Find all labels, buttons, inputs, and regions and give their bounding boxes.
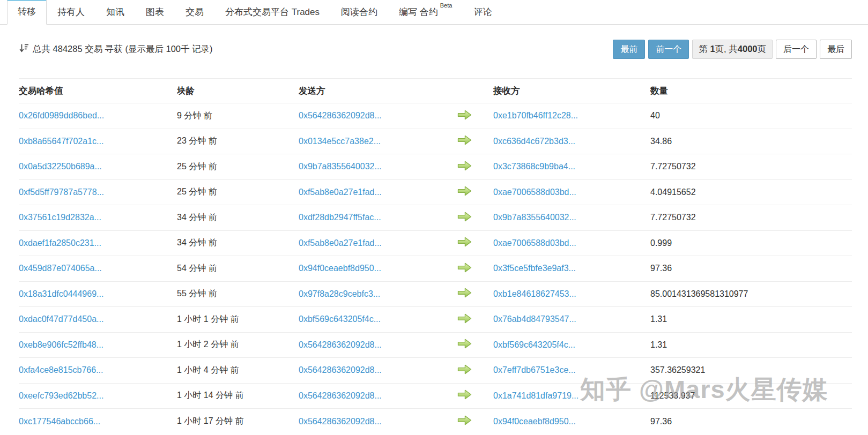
from-address-link[interactable]: 0x564286362092d8... [299,365,382,374]
to-address-link[interactable]: 0x7eff7db6751e3ce... [493,365,576,374]
page-indicator: 第 1页, 共4000页 [692,40,773,59]
table-row: 0xeb8e906fc52ffb48... 1 小时 2 分钟 前 0x5642… [19,333,852,358]
txn-hash-link[interactable]: 0x26fd0989dd86bed... [19,111,104,120]
table-row: 0x0a5d32250b689a... 25 分钟 前 0x9b7a835564… [19,154,852,180]
to-address-link[interactable]: 0xae7006588d03bd... [493,188,576,197]
txn-hash-link[interactable]: 0xeefc793ed62bb52... [19,391,103,400]
tab-dex-trades[interactable]: 分布式交易平台 Trades [214,0,330,25]
from-address-link[interactable]: 0x9b7a8355640032... [299,162,382,171]
amount-cell: 34.86 [650,137,852,146]
tab-label: 编写 合约 [399,7,438,17]
tab-charts[interactable]: 图表 [135,0,175,25]
txn-hash-link[interactable]: 0xb8a65647f702a1c... [19,137,103,146]
transfer-arrow-icon [457,363,472,376]
tab-label: 评论 [473,7,492,17]
summary-bar: 总共 484285 交易 寻获 (显示最后 100千 记录) 最前 前一个 第 … [19,40,852,59]
age-cell: 34 分钟 前 [177,237,299,249]
from-address-link[interactable]: 0x564286362092d8... [299,340,382,349]
prev-page-button[interactable]: 前一个 [648,40,689,59]
tab-bar: 转移 持有人 知讯 图表 交易 分布式交易平台 Trades 阅读合约 编写 合… [0,0,868,25]
from-address-link[interactable]: 0x564286362092d8... [299,391,382,400]
amount-cell: 112533.937 [650,391,852,401]
txn-hash-link[interactable]: 0xeb8e906fc52ffb48... [19,340,103,349]
age-cell: 1 小时 2 分钟 前 [177,339,299,350]
tab-holders[interactable]: 持有人 [47,0,95,25]
amount-cell: 1.31 [650,340,852,350]
txn-hash-link[interactable]: 0xdaef1fa2850c231... [19,238,101,248]
table-row: 0xdac0f47d77d450a... 1 小时 1 分钟 前 0xbf569… [19,307,852,333]
from-address-link[interactable]: 0x0134e5cc7a38e2... [299,137,381,146]
table-row: 0xf5d5ff79787a5778... 25 分钟 前 0xf5ab8e0a… [19,180,852,206]
amount-cell: 85.001431369581310977 [650,289,852,299]
to-address-link[interactable]: 0xe1b70fb46ff12c28... [493,111,578,120]
to-address-link[interactable]: 0x9b7a8355640032... [493,213,576,222]
transfer-arrow-icon [457,109,472,121]
amount-cell: 97.36 [650,264,852,273]
from-address-link[interactable]: 0x94f0ceaebf8d950... [299,264,381,273]
col-header-txn-hash: 交易哈希值 [19,85,177,97]
from-address-link[interactable]: 0xbf569c643205f4c... [299,314,381,324]
tab-label: 转移 [18,6,36,17]
age-cell: 25 分钟 前 [177,161,299,172]
transfer-arrow-icon [457,211,472,223]
transfer-arrow-icon [457,312,472,325]
from-address-link[interactable]: 0x564286362092d8... [299,417,382,426]
to-address-link[interactable]: 0xc636d4c672b3d3... [493,137,575,146]
txn-hash-link[interactable]: 0x459d87e074065a... [19,264,102,273]
tab-transfers[interactable]: 转移 [7,0,47,25]
from-address-link[interactable]: 0xf5ab8e0a27e1fad... [299,238,382,248]
to-address-link[interactable]: 0x1a741d81dfa9719... [493,391,578,400]
age-cell: 54 分钟 前 [177,263,299,274]
amount-cell: 357.36259321 [650,365,852,375]
to-address-link[interactable]: 0xb1e84618627453... [493,289,576,298]
txn-hash-link[interactable]: 0xfa4ce8e815cb766... [19,365,103,374]
total-pages-number: 4000 [738,44,758,54]
col-header-amount: 数量 [650,85,852,97]
tab-write-contract[interactable]: 编写 合约Beta [388,0,463,25]
transfer-arrow-icon [457,185,472,197]
tab-read-contract[interactable]: 阅读合约 [330,0,388,25]
tab-label: 分布式交易平台 Trades [225,7,320,17]
table-row: 0x459d87e074065a... 54 分钟 前 0x94f0ceaebf… [19,256,852,282]
current-page-number: 1 [710,44,715,54]
tab-info[interactable]: 知讯 [95,0,135,25]
amount-cell: 1.31 [650,314,852,324]
to-address-link[interactable]: 0x3f5ce5fbfe3e9af3... [493,264,576,273]
txn-hash-link[interactable]: 0x0a5d32250b689a... [19,162,102,171]
next-page-button[interactable]: 后一个 [776,40,817,59]
txn-hash-link[interactable]: 0x18a31dfc0444969... [19,289,103,298]
tab-comments[interactable]: 评论 [463,0,502,25]
txn-hash-link[interactable]: 0xdac0f47d77d450a... [19,314,103,324]
amount-cell: 40 [650,111,852,121]
from-address-link[interactable]: 0xf5ab8e0a27e1fad... [299,188,382,197]
to-address-link[interactable]: 0xae7006588d03bd... [493,238,576,248]
tab-label: 知讯 [106,7,124,17]
txn-hash-link[interactable]: 0xc177546abccb66... [19,417,100,426]
table-row: 0xfa4ce8e815cb766... 1 小时 4 分钟 前 0x56428… [19,358,852,384]
txn-hash-link[interactable]: 0xf5d5ff79787a5778... [19,188,104,197]
to-address-link[interactable]: 0x76ab4d84793547... [493,314,576,324]
table-row: 0x18a31dfc0444969... 55 分钟 前 0x97f8a28c9… [19,282,852,308]
transfer-arrow-icon [457,287,472,299]
table-body: 0x26fd0989dd86bed... 9 分钟 前 0x5642863620… [19,103,852,434]
to-address-link[interactable]: 0x3c73868c9b9ba4... [493,162,575,171]
from-address-link[interactable]: 0xdf28db2947ff5fac... [299,213,381,222]
age-cell: 25 分钟 前 [177,186,299,198]
last-page-button[interactable]: 最后 [820,40,852,59]
amount-cell: 4.04915652 [650,188,852,197]
age-cell: 1 小时 1 分钟 前 [177,314,299,325]
from-address-link[interactable]: 0x97f8a28c9cebfc3... [299,289,380,298]
amount-cell: 7.72750732 [650,213,852,222]
table-row: 0xdaef1fa2850c231... 34 分钟 前 0xf5ab8e0a2… [19,231,852,257]
tab-exchange[interactable]: 交易 [175,0,214,25]
to-address-link[interactable]: 0x94f0ceaebf8d950... [493,417,576,426]
first-page-button[interactable]: 最前 [613,40,645,59]
amount-cell: 97.36 [650,417,852,426]
tab-label: 阅读合约 [341,7,377,17]
table-row: 0x37561c19d2832a... 34 分钟 前 0xdf28db2947… [19,205,852,231]
transfer-arrow-icon [457,261,472,274]
to-address-link[interactable]: 0xbf569c643205f4c... [493,340,575,349]
transfer-arrow-icon [457,236,472,248]
from-address-link[interactable]: 0x564286362092d8... [299,111,382,120]
txn-hash-link[interactable]: 0x37561c19d2832a... [19,213,101,222]
